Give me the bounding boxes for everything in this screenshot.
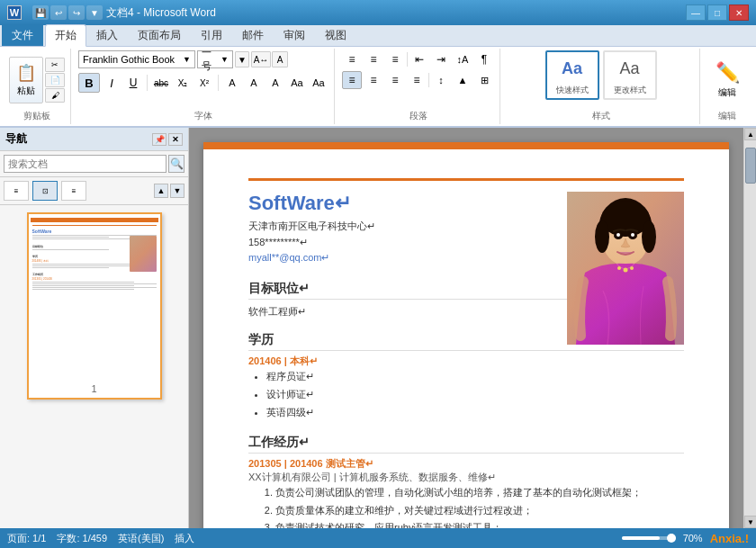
italic-button[interactable]: I	[102, 74, 122, 92]
minimize-button[interactable]: —	[686, 4, 706, 21]
doc-photo	[567, 192, 684, 345]
show-hide-button[interactable]: ¶	[474, 50, 494, 68]
undo-button[interactable]: ↩	[50, 5, 67, 20]
nav-close-button[interactable]: ✕	[168, 133, 183, 146]
clipboard-group: 📋 粘贴 ✂ 📄 🖌 剪贴板	[4, 49, 71, 124]
quick-style-button[interactable]: Aa 快速样式	[545, 50, 599, 100]
nav-prev-button[interactable]: ▲	[154, 184, 168, 198]
shading-button[interactable]: ▲	[453, 71, 472, 89]
border-button[interactable]: ⊞	[474, 71, 494, 89]
font-name-input[interactable]: Franklin Gothic Book ▼	[78, 50, 195, 68]
status-mode: 插入	[175, 532, 194, 545]
bold-button[interactable]: B	[78, 73, 100, 93]
font-group: Franklin Gothic Book ▼ 一号 ▼ ▼ A↔ A B I U…	[73, 49, 335, 124]
doc-orange-line	[248, 178, 684, 181]
thumb-text2	[32, 237, 109, 238]
doc-work-item3: 负责测试技术的研究，应用ruby语言开发测试工具；	[275, 519, 684, 528]
document-area[interactable]: SoftWare↵ 天津市南开区电子科技中心↵ 158*********↵ my…	[189, 128, 743, 528]
sort-button[interactable]: ↕A	[453, 50, 472, 68]
document-page: SoftWare↵ 天津市南开区电子科技中心↵ 158*********↵ my…	[203, 142, 729, 528]
numbering-button[interactable]: ≡	[364, 50, 383, 68]
edit-label-text: 编辑	[718, 110, 736, 122]
para-sep1	[407, 52, 408, 67]
doc-edu-section: 学历 201406 | 本科↵ 程序员证↵ 设计师证↵ 英语四级↵	[248, 332, 684, 421]
font-clear-format[interactable]: A	[272, 51, 288, 67]
decrease-indent-button[interactable]: ⇤	[410, 50, 429, 68]
highlight-button[interactable]: A	[244, 74, 264, 92]
nav-browse-results[interactable]: ≡	[61, 181, 86, 201]
thumb-date2: 201305 | 201406	[32, 277, 157, 281]
paste-button[interactable]: 📋 粘贴	[9, 57, 43, 103]
underline-button[interactable]: U	[123, 74, 143, 92]
nav-pin-button[interactable]: 📌	[152, 133, 166, 146]
align-left-button[interactable]: ≡	[342, 71, 362, 89]
font-size-dropdown[interactable]: ▼	[220, 55, 229, 64]
tab-layout[interactable]: 页面布局	[128, 24, 191, 46]
doc-work-section: 工作经历↵ 201305 | 201406 测试主管↵ XX计算机有限公司 | …	[248, 435, 684, 528]
cut-button[interactable]: ✂	[45, 58, 65, 72]
doc-edu-date: 201406 | 本科↵	[248, 355, 684, 368]
nav-controls: 📌 ✕	[152, 133, 183, 146]
maximize-button[interactable]: □	[707, 4, 727, 21]
aa-button[interactable]: Aa	[287, 74, 307, 92]
titlebar: W 💾 ↩ ↪ ▼ 文档4 - Microsoft Word — □ ✕	[0, 0, 756, 25]
page-thumbnail-1[interactable]: SoftWare 目标职位 学历 201406 | 本科	[27, 212, 162, 400]
separator2	[218, 75, 219, 91]
page-number: 1	[91, 383, 96, 394]
tab-references[interactable]: 引用	[191, 24, 232, 46]
customize-button[interactable]: ▼	[86, 5, 103, 20]
thumb-photo	[130, 236, 157, 272]
window-controls: — □ ✕	[686, 4, 749, 21]
nav-browse-pages[interactable]: ⊡	[32, 181, 58, 201]
scroll-thumb[interactable]	[745, 148, 756, 184]
paragraph-group: ≡ ≡ ≡ ⇤ ⇥ ↕A ¶ ≡ ≡ ≡ ≡ ↕ ▲ ⊞ 段落	[337, 49, 500, 124]
scroll-up-button[interactable]: ▲	[744, 128, 756, 140]
align-right-button[interactable]: ≡	[385, 71, 405, 89]
save-button[interactable]: 💾	[32, 5, 49, 20]
doc-work-title: 工作经历↵	[248, 435, 684, 454]
tab-file[interactable]: 文件	[2, 24, 43, 46]
tab-insert[interactable]: 插入	[86, 24, 128, 46]
format-painter-button[interactable]: 🖌	[45, 88, 65, 103]
doc-content: SoftWare↵ 天津市南开区电子科技中心↵ 158*********↵ my…	[248, 192, 684, 528]
copy-button[interactable]: 📄	[45, 73, 65, 87]
thumb-text12	[32, 289, 135, 290]
align-center-button[interactable]: ≡	[364, 71, 383, 89]
nav-title: 导航	[5, 131, 27, 147]
close-button[interactable]: ✕	[729, 4, 749, 21]
edit-button[interactable]: ✏️ 编辑	[707, 57, 747, 103]
doc-work-date: 201305 | 201406 测试主管↵	[248, 457, 684, 471]
bullets-button[interactable]: ≡	[342, 50, 362, 68]
zoom-control[interactable]	[622, 536, 676, 540]
scroll-track[interactable]	[744, 140, 756, 516]
increase-indent-button[interactable]: ⇥	[431, 50, 451, 68]
style-label: 样式	[592, 110, 610, 122]
font-size-input[interactable]: 一号 ▼	[197, 50, 233, 68]
tab-review[interactable]: 审阅	[274, 24, 315, 46]
strikethrough-button[interactable]: abc	[151, 74, 171, 92]
font-special1[interactable]: A↔	[251, 51, 271, 67]
nav-search-button[interactable]: 🔍	[168, 155, 184, 173]
change-style-button[interactable]: Aa 更改样式	[603, 50, 657, 100]
tab-home[interactable]: 开始	[45, 24, 86, 47]
scroll-down-button[interactable]: ▼	[744, 516, 756, 528]
tab-mail[interactable]: 邮件	[232, 24, 274, 46]
multilevel-button[interactable]: ≡	[385, 50, 405, 68]
nav-browse-headings[interactable]: ≡	[4, 181, 29, 201]
redo-button[interactable]: ↪	[68, 5, 85, 20]
svg-point-10	[631, 233, 634, 237]
justify-button[interactable]: ≡	[407, 71, 427, 89]
font-case-button[interactable]: Aa	[309, 74, 328, 92]
nav-next-button[interactable]: ▼	[170, 184, 184, 198]
svg-point-6	[642, 220, 656, 253]
superscript-button[interactable]: X²	[194, 74, 214, 92]
line-spacing-button[interactable]: ↕	[431, 71, 451, 89]
statusbar: 页面: 1/1 字数: 1/459 英语(美国) 插入 70% Anxia.!	[0, 528, 756, 548]
nav-search-input[interactable]	[4, 155, 166, 173]
subscript-button[interactable]: X₂	[173, 74, 193, 92]
font-size-dropdown-btn[interactable]: ▼	[235, 51, 249, 67]
tab-view[interactable]: 视图	[315, 24, 356, 46]
text-effect-button[interactable]: A	[222, 74, 242, 92]
font-color-button[interactable]: A	[266, 74, 285, 92]
font-name-dropdown[interactable]: ▼	[183, 55, 191, 64]
